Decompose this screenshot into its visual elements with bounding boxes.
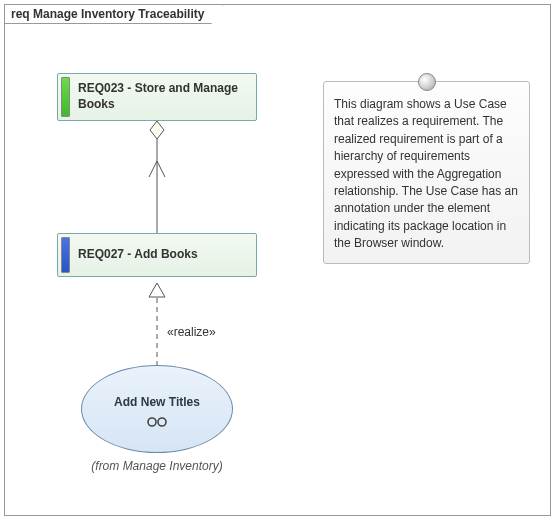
usecase-add-new-titles[interactable]: Add New Titles [81,365,233,453]
usecase-label: Add New Titles [114,395,200,409]
realize-label: «realize» [167,325,216,339]
status-stripe [61,237,70,273]
svg-point-4 [148,418,156,426]
requirement-label: REQ027 - Add Books [78,246,250,262]
requirement-label: REQ023 - Store and Manage Books [78,80,250,112]
svg-point-5 [158,418,166,426]
usecase-group: Add New Titles (from Manage Inventory) [81,365,233,473]
pin-icon [418,73,436,91]
frame-title: req Manage Inventory Traceability [4,4,223,24]
package-annotation: (from Manage Inventory) [81,459,233,473]
frame-title-text: req Manage Inventory Traceability [11,7,204,21]
link-icon [146,417,168,427]
note-text: This diagram shows a Use Case that reali… [334,96,519,253]
svg-marker-1 [150,121,164,139]
diagram-note[interactable]: This diagram shows a Use Case that reali… [323,81,530,264]
svg-marker-3 [149,283,165,297]
requirement-req027[interactable]: REQ027 - Add Books [57,233,257,277]
requirement-req023[interactable]: REQ023 - Store and Manage Books [57,73,257,121]
status-stripe [61,77,70,117]
diagram-frame: req Manage Inventory Traceability REQ023… [4,4,551,516]
